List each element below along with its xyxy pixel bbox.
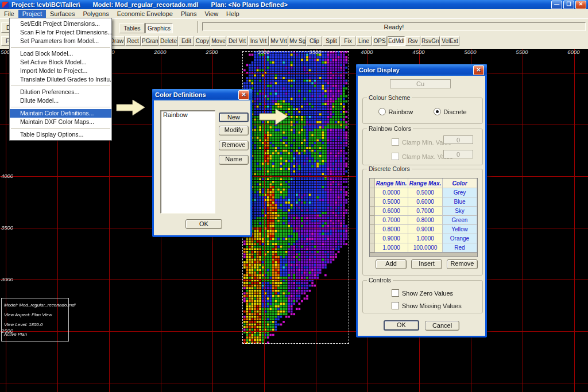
- table-scrollbar[interactable]: [370, 253, 477, 257]
- tool-button-rsvgrd[interactable]: RsvGrd: [421, 36, 440, 46]
- tool-button-edmdl[interactable]: EdMdl: [388, 36, 405, 46]
- menu-item-set-active-block-model[interactable]: Set Active Block Model...: [10, 58, 111, 67]
- show-zero-values-checkbox[interactable]: [392, 289, 399, 297]
- tool-button-rect[interactable]: Rect: [125, 36, 141, 46]
- radio-rainbow[interactable]: Rainbow: [378, 108, 413, 115]
- show-missing-values-checkbox[interactable]: [392, 302, 399, 309]
- tool-button-mv-sg[interactable]: Mv Sg: [289, 36, 306, 46]
- menu-item-dilute-model[interactable]: Dilute Model...: [10, 96, 111, 105]
- tool-button-edit[interactable]: Edit: [179, 36, 194, 46]
- color-cell[interactable]: Grey: [443, 188, 477, 197]
- range-cell[interactable]: 0.0000: [375, 188, 408, 197]
- menubar-item-surfaces[interactable]: Surfaces: [46, 10, 79, 18]
- table-row[interactable]: 0.00000.5000Grey: [370, 188, 477, 197]
- remove-button[interactable]: Remove: [219, 141, 249, 150]
- menu-item-set-edit-project-dimensions[interactable]: Set/Edit Project Dimensions...: [10, 20, 111, 28]
- title-project: Project: \cvb\BC\Taller\: [11, 1, 80, 8]
- menubar-item-help[interactable]: Help: [222, 10, 243, 18]
- range-cell[interactable]: 0.8000: [408, 216, 443, 225]
- color-display-cancel-button[interactable]: Cancel: [425, 321, 459, 331]
- table-row[interactable]: 0.60000.7000Sky: [370, 207, 477, 216]
- range-cell[interactable]: 1.0000: [408, 234, 443, 243]
- range-cell[interactable]: 0.5000: [375, 197, 408, 207]
- range-cell[interactable]: 0.9000: [408, 225, 443, 234]
- color-definitions-ok-button[interactable]: OK: [185, 219, 222, 229]
- menubar-item-plans[interactable]: Plans: [177, 10, 201, 18]
- menu-item-scan-file-for-project-dimensions[interactable]: Scan File for Project Dimensions...: [10, 28, 111, 37]
- range-cell[interactable]: 0.6000: [375, 207, 408, 216]
- menu-item-import-model-to-project[interactable]: Import Model to Project...: [10, 67, 111, 75]
- rainbow-colors-group: Rainbow Colors Clamp Min. Value 0 Clamp …: [362, 129, 483, 165]
- tool-button-pgram[interactable]: PGram: [141, 36, 158, 46]
- toolbar-separator: [197, 21, 199, 33]
- range-cell[interactable]: 100.0000: [408, 243, 443, 253]
- table-row[interactable]: 1.0000100.0000Red: [370, 243, 477, 253]
- clamp-min-checkbox[interactable]: [392, 138, 399, 146]
- menubar-item-polygons[interactable]: Polygons: [79, 10, 113, 18]
- range-cell[interactable]: 0.5000: [408, 188, 443, 197]
- menubar-item-view[interactable]: View: [200, 10, 222, 18]
- close-icon[interactable]: ✕: [238, 90, 249, 100]
- table-row[interactable]: 0.70000.8000Green: [370, 216, 477, 225]
- color-display-titlebar[interactable]: Color Display ✕: [356, 64, 487, 76]
- minimize-button[interactable]: —: [551, 1, 562, 9]
- tool-button-move[interactable]: Move: [211, 36, 226, 46]
- table-row[interactable]: 0.90001.0000Orange: [370, 234, 477, 243]
- range-cell[interactable]: 0.6000: [408, 197, 443, 207]
- table-row[interactable]: 0.50000.6000Blue: [370, 197, 477, 207]
- color-cell[interactable]: Yellow: [443, 225, 477, 234]
- title-model: Model: Mod_regular_recortado.mdl: [93, 1, 199, 8]
- tool-button-rsv[interactable]: Rsv: [405, 36, 420, 46]
- color-definitions-list[interactable]: Rainbow: [160, 110, 215, 214]
- range-cell[interactable]: 0.7000: [408, 207, 443, 216]
- menubar-item-economic-envelope[interactable]: Economic Envelope: [113, 10, 177, 18]
- menu-item-table-display-options[interactable]: Table Display Options...: [10, 130, 111, 139]
- menu-item-load-block-model[interactable]: Load Block Model...: [10, 49, 111, 58]
- range-cell[interactable]: 0.8000: [375, 225, 408, 234]
- clamp-max-checkbox[interactable]: [392, 153, 399, 160]
- menu-item-maintain-dxf-color-maps[interactable]: Maintain DXF Color Maps...: [10, 118, 111, 126]
- name-button[interactable]: Name: [219, 155, 249, 165]
- range-cell[interactable]: 0.7000: [375, 216, 408, 225]
- range-cell[interactable]: 1.0000: [375, 243, 408, 253]
- tool-button-line[interactable]: Line: [356, 36, 372, 46]
- tool-button-mv-vrt[interactable]: Mv Vrt: [269, 36, 288, 46]
- tool-button-copy[interactable]: Copy: [195, 36, 210, 46]
- color-cell[interactable]: Orange: [443, 234, 477, 243]
- table-row[interactable]: 0.80000.9000Yellow: [370, 225, 477, 234]
- modify-button[interactable]: Modify: [219, 126, 249, 135]
- menubar-item-file[interactable]: File: [0, 10, 18, 18]
- tables-button[interactable]: Tables: [119, 23, 145, 33]
- new-button[interactable]: New: [219, 112, 249, 122]
- tool-button-ops[interactable]: OPS: [372, 36, 387, 46]
- graphics-button[interactable]: Graphics: [145, 23, 173, 33]
- color-cell[interactable]: Green: [443, 216, 477, 225]
- close-icon[interactable]: ✕: [473, 65, 484, 75]
- color-cell[interactable]: Sky: [443, 207, 477, 216]
- menu-item-dilution-preferences[interactable]: Dilution Preferences...: [10, 88, 111, 96]
- add-row-button[interactable]: Add: [376, 259, 407, 269]
- discrete-colors-table[interactable]: Range Min.Range Max.Color0.00000.5000Gre…: [369, 178, 478, 257]
- color-display-ok-button[interactable]: OK: [384, 320, 419, 331]
- tool-button-delete[interactable]: Delete: [159, 36, 178, 46]
- tool-button-split[interactable]: Split: [323, 36, 340, 46]
- menu-item-maintain-color-definitions[interactable]: Maintain Color Definitions...: [10, 109, 111, 118]
- tool-button-del-vrt[interactable]: Del Vrt: [227, 36, 247, 46]
- range-cell[interactable]: 0.9000: [375, 234, 408, 243]
- restore-button[interactable]: ❐: [563, 1, 574, 9]
- color-cell[interactable]: Blue: [443, 197, 477, 207]
- menu-item-set-parameters-from-model[interactable]: Set Parameters from Model...: [10, 37, 111, 45]
- menu-item-translate-diluted-grades-to-insitu[interactable]: Translate Diluted Grades to Insitu...: [10, 75, 111, 84]
- insert-row-button[interactable]: Insert: [411, 259, 442, 269]
- remove-row-button[interactable]: Remove: [447, 259, 478, 269]
- color-definition-list-item[interactable]: Rainbow: [161, 111, 215, 119]
- color-definitions-titlebar[interactable]: Color Definitions ✕: [152, 89, 252, 100]
- tool-button-velext[interactable]: VelExt: [440, 36, 459, 46]
- color-cell[interactable]: Red: [443, 243, 477, 253]
- close-button[interactable]: ✕: [575, 1, 586, 9]
- tool-button-ins-vrt[interactable]: Ins Vrt: [248, 36, 269, 46]
- radio-discrete[interactable]: Discrete: [434, 108, 466, 115]
- tool-button-clip[interactable]: Clip: [307, 36, 322, 46]
- tool-button-fix[interactable]: Fix: [341, 36, 355, 46]
- menubar-item-project[interactable]: Project: [18, 10, 46, 18]
